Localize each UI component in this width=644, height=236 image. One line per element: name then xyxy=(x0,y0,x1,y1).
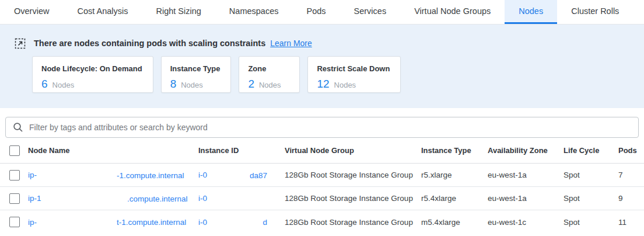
col-instance-type: Instance Type xyxy=(421,146,488,155)
nodes-table: Node Name Instance ID Virtual Node Group… xyxy=(0,138,644,234)
scale-out-icon xyxy=(15,38,26,49)
instance-id-link[interactable]: i-0 da87 xyxy=(198,164,285,186)
constraint-cards: Node Lifecycle: On Demand 6 Nodes Instan… xyxy=(32,56,644,93)
availability-zone-cell: eu-west-1a xyxy=(488,194,564,203)
card-value: 6 xyxy=(41,78,48,91)
search-icon xyxy=(13,122,23,133)
card-value: 2 xyxy=(248,78,254,91)
instance-id-suffix: d xyxy=(239,218,267,227)
card-value: 8 xyxy=(170,78,177,91)
tab-cost-analysis[interactable]: Cost Analysis xyxy=(63,0,142,24)
row-checkbox[interactable] xyxy=(9,193,20,204)
node-name-link[interactable]: ip- t-1.compute.internal xyxy=(28,210,198,234)
life-cycle-cell: Spot xyxy=(564,194,618,203)
life-cycle-cell: Spot xyxy=(564,171,618,179)
filter-search-box[interactable] xyxy=(5,117,639,138)
instance-type-cell: r5.xlarge xyxy=(421,171,488,179)
instance-id-prefix: i-0 xyxy=(198,218,207,227)
tab-cluster-rolls[interactable]: Cluster Rolls xyxy=(557,0,633,24)
tab-namespaces[interactable]: Namespaces xyxy=(215,0,293,24)
card-restrict-scale-down[interactable]: Restrict Scale Down 12 Nodes xyxy=(307,56,401,93)
node-name-suffix: -1.compute.internal xyxy=(117,171,184,179)
node-name-suffix: .compute.internal xyxy=(127,194,188,203)
table-row[interactable]: ip- -1.compute.internal i-0 da87 128Gb R… xyxy=(0,164,644,187)
tab-right-sizing[interactable]: Right Sizing xyxy=(142,0,215,24)
card-unit: Nodes xyxy=(181,81,203,89)
tab-nodes[interactable]: Nodes xyxy=(505,0,557,24)
card-title: Restrict Scale Down xyxy=(317,64,390,73)
instance-id-link[interactable]: i-0 d xyxy=(198,210,285,234)
node-name-suffix: t-1.compute.internal xyxy=(117,218,186,227)
table-row[interactable]: ip-1 .compute.internal i-0 128Gb Root St… xyxy=(0,187,644,210)
node-name-prefix: ip-1 xyxy=(28,194,41,203)
col-life-cycle: Life Cycle xyxy=(564,146,618,155)
instance-type-cell: m5.4xlarge xyxy=(421,218,488,227)
node-name-prefix: ip- xyxy=(28,218,37,227)
node-name-link[interactable]: ip-1 .compute.internal xyxy=(28,187,198,210)
instance-id-prefix: i-0 xyxy=(198,194,207,203)
banner-message: There are nodes containing pods with sca… xyxy=(34,39,265,48)
row-checkbox[interactable] xyxy=(9,217,20,227)
pods-cell: 11 xyxy=(618,218,644,227)
instance-id-link[interactable]: i-0 xyxy=(198,187,285,210)
card-title: Instance Type xyxy=(170,64,220,73)
col-pods: Pods xyxy=(618,146,644,155)
life-cycle-cell: Spot xyxy=(564,218,618,227)
card-unit: Nodes xyxy=(52,81,75,89)
availability-zone-cell: eu-west-1c xyxy=(488,218,564,227)
tab-bar: Overview Cost Analysis Right Sizing Name… xyxy=(0,0,644,25)
card-unit: Nodes xyxy=(259,81,281,89)
col-instance-id: Instance ID xyxy=(198,146,285,155)
col-node-name: Node Name xyxy=(28,146,198,155)
node-name-prefix: ip- xyxy=(28,171,37,179)
table-row[interactable]: ip- t-1.compute.internal i-0 d 128Gb Roo… xyxy=(0,210,644,234)
scaling-constraints-banner: There are nodes containing pods with sca… xyxy=(0,25,644,108)
instance-id-prefix: i-0 xyxy=(198,171,207,179)
tab-services[interactable]: Services xyxy=(340,0,401,24)
pods-cell: 9 xyxy=(618,194,644,203)
tab-log[interactable]: Log xyxy=(633,0,644,24)
tab-overview[interactable]: Overview xyxy=(0,0,63,24)
col-availability-zone: Availability Zone xyxy=(488,146,564,155)
tab-pods[interactable]: Pods xyxy=(292,0,340,24)
card-unit: Nodes xyxy=(334,81,356,89)
tab-virtual-node-groups[interactable]: Virtual Node Groups xyxy=(400,0,505,24)
card-node-lifecycle[interactable]: Node Lifecycle: On Demand 6 Nodes xyxy=(32,56,153,93)
node-name-link[interactable]: ip- -1.compute.internal xyxy=(28,164,198,186)
card-value: 12 xyxy=(317,78,329,91)
row-checkbox[interactable] xyxy=(9,170,20,181)
table-header-row: Node Name Instance ID Virtual Node Group… xyxy=(0,138,644,164)
learn-more-link[interactable]: Learn More xyxy=(270,39,312,48)
search-input[interactable] xyxy=(29,123,631,132)
virtual-node-group-cell: 128Gb Root Storage Instance Group xyxy=(285,171,421,179)
availability-zone-cell: eu-west-1a xyxy=(488,171,564,179)
instance-type-cell: r5.4xlarge xyxy=(421,194,488,203)
select-all-checkbox[interactable] xyxy=(9,145,20,156)
card-title: Node Lifecycle: On Demand xyxy=(41,64,142,73)
card-zone[interactable]: Zone 2 Nodes xyxy=(239,56,300,93)
instance-id-suffix: da87 xyxy=(239,171,267,179)
card-instance-type[interactable]: Instance Type 8 Nodes xyxy=(161,56,232,93)
virtual-node-group-cell: 128Gb Root Storage Instance Group xyxy=(285,218,421,227)
col-virtual-node-group: Virtual Node Group xyxy=(285,146,421,155)
pods-cell: 7 xyxy=(618,171,644,179)
virtual-node-group-cell: 128Gb Root Storage Instance Group xyxy=(285,194,421,203)
card-title: Zone xyxy=(248,64,289,73)
